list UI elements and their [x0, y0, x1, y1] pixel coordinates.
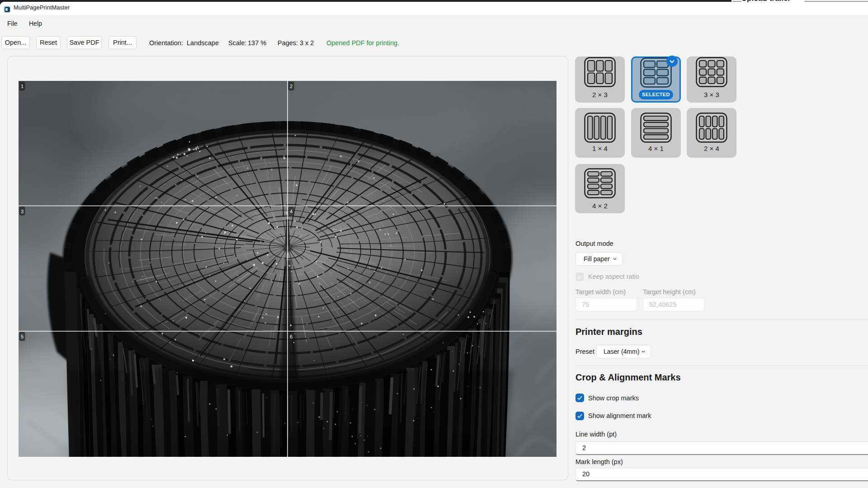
svg-text:1: 1 — [21, 84, 24, 89]
svg-text:3: 3 — [21, 209, 24, 214]
svg-text:2: 2 — [290, 84, 292, 89]
svg-text:5: 5 — [21, 334, 24, 339]
svg-text:4: 4 — [290, 209, 292, 214]
svg-text:6: 6 — [290, 334, 292, 339]
